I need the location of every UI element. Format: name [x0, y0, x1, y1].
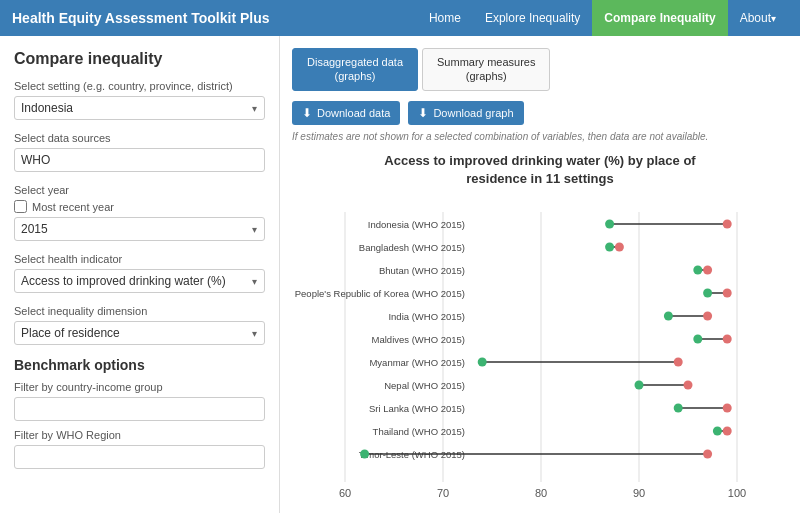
svg-text:Myanmar (WHO 2015): Myanmar (WHO 2015) — [369, 357, 465, 368]
year-label: Select year — [14, 184, 265, 196]
setting-label: Select setting (e.g. country, province, … — [14, 80, 265, 92]
svg-text:Democratic People's Republic o: Democratic People's Republic of Korea (W… — [295, 288, 465, 299]
svg-point-13 — [723, 219, 732, 228]
left-panel-heading: Compare inequality — [14, 50, 265, 68]
svg-point-41 — [684, 380, 693, 389]
benchmark-heading: Benchmark options — [14, 357, 265, 373]
svg-text:Bhutan (WHO 2015): Bhutan (WHO 2015) — [379, 265, 465, 276]
setting-select-wrapper: Indonesia — [14, 96, 265, 120]
download-data-label: Download data — [317, 107, 390, 119]
svg-point-49 — [723, 426, 732, 435]
nav-home[interactable]: Home — [417, 0, 473, 36]
health-indicator-label: Select health indicator — [14, 253, 265, 265]
disclaimer-text: If estimates are not shown for a selecte… — [292, 131, 788, 142]
datasource-group: Select data sources — [14, 132, 265, 172]
filter-who-input[interactable] — [14, 445, 265, 469]
svg-point-25 — [723, 288, 732, 297]
svg-text:Indonesia (WHO 2015): Indonesia (WHO 2015) — [368, 219, 465, 230]
svg-point-21 — [703, 265, 712, 274]
svg-point-36 — [478, 357, 487, 366]
svg-point-40 — [635, 380, 644, 389]
tab-summary[interactable]: Summary measures(graphs) — [422, 48, 550, 91]
svg-text:Sri Lanka (WHO 2015): Sri Lanka (WHO 2015) — [369, 403, 465, 414]
svg-text:80: 80 — [535, 487, 547, 499]
svg-point-37 — [674, 357, 683, 366]
button-row: ⬇ Download data ⬇ Download graph — [292, 101, 788, 125]
svg-text:60: 60 — [339, 487, 351, 499]
svg-point-53 — [703, 449, 712, 458]
nav-about[interactable]: About — [728, 0, 788, 36]
svg-point-32 — [693, 334, 702, 343]
svg-point-52 — [360, 449, 369, 458]
svg-text:Thailand (WHO 2015): Thailand (WHO 2015) — [373, 426, 465, 437]
benchmark-group: Benchmark options Filter by country-inco… — [14, 357, 265, 469]
inequality-select-wrapper: Place of residence — [14, 321, 265, 345]
svg-point-29 — [703, 311, 712, 320]
svg-point-12 — [605, 219, 614, 228]
recent-year-checkbox[interactable] — [14, 200, 27, 213]
chart-svg: 60 70 80 90 100 Indonesia (WHO 2015)Bang… — [295, 202, 785, 513]
download-graph-icon: ⬇ — [418, 106, 428, 120]
tabs-row: Disaggregated data(graphs) Summary measu… — [292, 48, 788, 91]
svg-point-44 — [674, 403, 683, 412]
app-header: Health Equity Assessment Toolkit Plus Ho… — [0, 0, 800, 36]
setting-group: Select setting (e.g. country, province, … — [14, 80, 265, 120]
setting-select[interactable]: Indonesia — [14, 96, 265, 120]
svg-text:Nepal (WHO 2015): Nepal (WHO 2015) — [384, 380, 465, 391]
health-indicator-select-wrapper: Access to improved drinking water (%) — [14, 269, 265, 293]
download-graph-label: Download graph — [433, 107, 513, 119]
inequality-group: Select inequality dimension Place of res… — [14, 305, 265, 345]
nav-compare[interactable]: Compare Inequality — [592, 0, 727, 36]
filter-income-input[interactable] — [14, 397, 265, 421]
svg-point-28 — [664, 311, 673, 320]
download-graph-button[interactable]: ⬇ Download graph — [408, 101, 523, 125]
download-data-icon: ⬇ — [302, 106, 312, 120]
chart-area: Access to improved drinking water (%) by… — [292, 152, 788, 513]
inequality-select[interactable]: Place of residence — [14, 321, 265, 345]
health-indicator-select[interactable]: Access to improved drinking water (%) — [14, 269, 265, 293]
svg-text:Bangladesh (WHO 2015): Bangladesh (WHO 2015) — [359, 242, 465, 253]
year-group: Select year Most recent year 2015 — [14, 184, 265, 241]
datasource-input[interactable] — [14, 148, 265, 172]
health-indicator-group: Select health indicator Access to improv… — [14, 253, 265, 293]
year-select-wrapper: 2015 — [14, 217, 265, 241]
app-title: Health Equity Assessment Toolkit Plus — [12, 10, 270, 26]
svg-point-45 — [723, 403, 732, 412]
svg-point-48 — [713, 426, 722, 435]
svg-point-33 — [723, 334, 732, 343]
filter-who-label: Filter by WHO Region — [14, 429, 265, 441]
main-layout: Compare inequality Select setting (e.g. … — [0, 36, 800, 513]
download-data-button[interactable]: ⬇ Download data — [292, 101, 400, 125]
nav-explore[interactable]: Explore Inequality — [473, 0, 592, 36]
right-panel: Disaggregated data(graphs) Summary measu… — [280, 36, 800, 513]
tab-disaggregated[interactable]: Disaggregated data(graphs) — [292, 48, 418, 91]
inequality-label: Select inequality dimension — [14, 305, 265, 317]
svg-text:India (WHO 2015): India (WHO 2015) — [388, 311, 465, 322]
filter-income-label: Filter by country-income group — [14, 381, 265, 393]
svg-text:100: 100 — [728, 487, 746, 499]
svg-text:Maldives (WHO 2015): Maldives (WHO 2015) — [372, 334, 465, 345]
year-select[interactable]: 2015 — [14, 217, 265, 241]
svg-text:70: 70 — [437, 487, 449, 499]
svg-text:90: 90 — [633, 487, 645, 499]
svg-point-16 — [605, 242, 614, 251]
left-panel: Compare inequality Select setting (e.g. … — [0, 36, 280, 513]
datasource-label: Select data sources — [14, 132, 265, 144]
chart-title: Access to improved drinking water (%) by… — [292, 152, 788, 188]
main-nav: Home Explore Inequality Compare Inequali… — [417, 0, 788, 36]
recent-year-checkbox-label[interactable]: Most recent year — [14, 200, 265, 213]
svg-point-17 — [615, 242, 624, 251]
svg-point-24 — [703, 288, 712, 297]
svg-point-20 — [693, 265, 702, 274]
